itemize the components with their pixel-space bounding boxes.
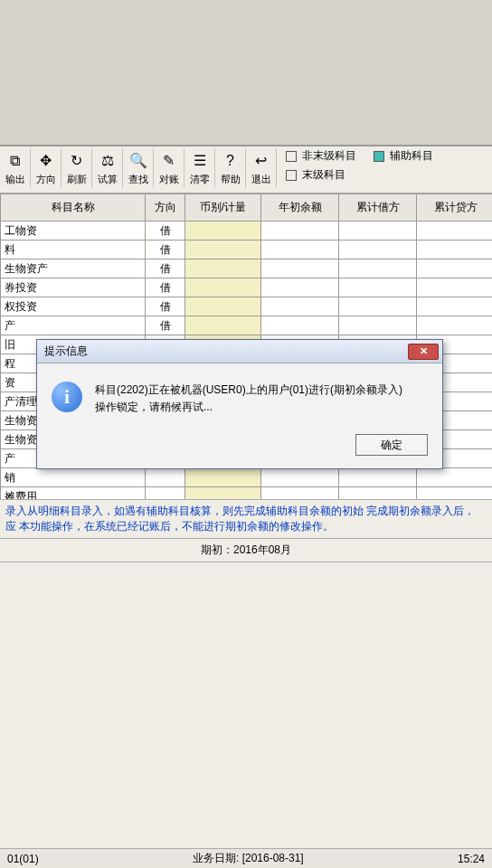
cell-dir: 借 bbox=[146, 222, 185, 241]
cell-name: 券投资 bbox=[1, 278, 146, 297]
help-icon: ? bbox=[226, 151, 234, 171]
cell-cur bbox=[185, 468, 261, 487]
tb-label: 查找 bbox=[128, 173, 148, 186]
info-dialog: 提示信息 ✕ i 科目(2202)正在被机器(USER0)上的用户(01)进行(… bbox=[36, 339, 443, 469]
info-icon: i bbox=[52, 382, 82, 412]
tb-clear[interactable]: ☰清零 bbox=[184, 148, 215, 188]
direction-icon: ✥ bbox=[40, 151, 52, 171]
cell-name: 权投资 bbox=[1, 297, 146, 316]
tb-help[interactable]: ?帮助 bbox=[215, 148, 246, 188]
cell-dir bbox=[146, 487, 185, 500]
cell-cur bbox=[185, 259, 261, 278]
cell-bal[interactable] bbox=[261, 297, 339, 316]
col-cre[interactable]: 累计贷方 bbox=[417, 194, 493, 222]
clear-icon: ☰ bbox=[194, 151, 206, 171]
cell-cur bbox=[185, 316, 261, 335]
cell-cur bbox=[185, 297, 261, 316]
legend-leaf: 末级科目 bbox=[302, 167, 345, 183]
cell-bal[interactable] bbox=[261, 222, 339, 241]
cell-dir: 借 bbox=[146, 297, 185, 316]
cell-deb[interactable] bbox=[339, 222, 417, 241]
period-bar: 期初：2016年08月 bbox=[0, 538, 492, 562]
table-row[interactable]: 权投资借 bbox=[1, 297, 493, 316]
col-cur[interactable]: 币别/计量 bbox=[185, 194, 261, 222]
tb-output[interactable]: ⧉输出 bbox=[0, 148, 31, 188]
status-bar: 01(01) 业务日期: [2016-08-31] 15:24 bbox=[0, 848, 492, 868]
tb-label: 方向 bbox=[36, 173, 56, 186]
cell-name: 工物资 bbox=[1, 222, 146, 241]
table-row[interactable]: 券投资借 bbox=[1, 278, 493, 297]
cell-deb[interactable] bbox=[339, 278, 417, 297]
table-row[interactable]: 料借 bbox=[1, 241, 493, 259]
square-icon bbox=[374, 151, 384, 162]
pencil-icon: ✎ bbox=[163, 151, 175, 171]
cell-deb[interactable] bbox=[339, 487, 417, 500]
ok-button[interactable]: 确定 bbox=[355, 434, 428, 456]
status-user: 01(01) bbox=[7, 853, 39, 865]
status-date: [2016-08-31] bbox=[242, 852, 304, 864]
cell-bal[interactable] bbox=[261, 259, 339, 278]
exit-icon: ↩ bbox=[255, 151, 267, 171]
close-button[interactable]: ✕ bbox=[408, 344, 439, 360]
tb-find[interactable]: 🔍查找 bbox=[123, 148, 154, 188]
cell-deb[interactable] bbox=[339, 316, 417, 335]
cell-cre[interactable] bbox=[417, 468, 493, 487]
legend: 非末级科目 辅助科目 末级科目 bbox=[277, 148, 433, 183]
dialog-titlebar[interactable]: 提示信息 ✕ bbox=[37, 340, 442, 363]
cell-deb[interactable] bbox=[339, 468, 417, 487]
legend-aux: 辅助科目 bbox=[390, 148, 433, 164]
tb-label: 帮助 bbox=[221, 173, 241, 186]
col-bal[interactable]: 年初余额 bbox=[261, 194, 339, 222]
table-row[interactable]: 产借 bbox=[1, 316, 493, 335]
cell-deb[interactable] bbox=[339, 259, 417, 278]
cell-cre[interactable] bbox=[417, 297, 493, 316]
col-deb[interactable]: 累计借方 bbox=[339, 194, 417, 222]
cell-dir: 借 bbox=[146, 278, 185, 297]
cell-bal[interactable] bbox=[261, 241, 339, 259]
output-icon: ⧉ bbox=[10, 151, 20, 171]
period-value: 2016年08月 bbox=[233, 543, 291, 556]
cell-dir: 借 bbox=[146, 316, 185, 335]
cell-deb[interactable] bbox=[339, 297, 417, 316]
table-row[interactable]: 摊费用 bbox=[1, 487, 493, 500]
table-row[interactable]: 销 bbox=[1, 468, 493, 487]
tb-refresh[interactable]: ↻刷新 bbox=[62, 148, 92, 188]
tb-trial[interactable]: ⚖试算 bbox=[92, 148, 123, 188]
tb-label: 清零 bbox=[190, 173, 210, 186]
col-name[interactable]: 科目名称 bbox=[1, 194, 146, 222]
cell-cre[interactable] bbox=[417, 487, 493, 500]
tb-label: 对账 bbox=[159, 173, 179, 186]
cell-cur bbox=[185, 241, 261, 259]
table-row[interactable]: 工物资借 bbox=[1, 222, 493, 241]
status-date-label: 业务日期: bbox=[193, 852, 239, 864]
tb-reconcile[interactable]: ✎对账 bbox=[154, 148, 184, 188]
cell-dir bbox=[146, 468, 185, 487]
cell-bal[interactable] bbox=[261, 487, 339, 500]
col-dir[interactable]: 方向 bbox=[146, 194, 185, 222]
legend-nonleaf: 非末级科目 bbox=[302, 148, 356, 164]
cell-cre[interactable] bbox=[417, 241, 493, 259]
cell-cre[interactable] bbox=[417, 259, 493, 278]
tb-direction[interactable]: ✥方向 bbox=[31, 148, 62, 188]
cell-bal[interactable] bbox=[261, 316, 339, 335]
cell-dir: 借 bbox=[146, 241, 185, 259]
table-row[interactable]: 生物资产借 bbox=[1, 259, 493, 278]
tb-exit[interactable]: ↩退出 bbox=[246, 148, 277, 188]
search-icon: 🔍 bbox=[129, 151, 147, 171]
cell-bal[interactable] bbox=[261, 468, 339, 487]
cell-cre[interactable] bbox=[417, 222, 493, 241]
cell-dir: 借 bbox=[146, 259, 185, 278]
cell-bal[interactable] bbox=[261, 278, 339, 297]
cell-deb[interactable] bbox=[339, 241, 417, 259]
tb-label: 刷新 bbox=[67, 173, 87, 186]
square-icon bbox=[286, 170, 297, 181]
close-icon: ✕ bbox=[420, 345, 428, 357]
tb-label: 退出 bbox=[251, 173, 271, 186]
trial-icon: ⚖ bbox=[101, 151, 114, 171]
hint-text: 录入从明细科目录入，如遇有辅助科目核算，则先完成辅助科目余额的初始 完成期初余额… bbox=[0, 499, 492, 538]
cell-cur bbox=[185, 278, 261, 297]
cell-cre[interactable] bbox=[417, 316, 493, 335]
cell-cre[interactable] bbox=[417, 278, 493, 297]
dialog-message: 科目(2202)正在被机器(USER0)上的用户(01)进行(期初余额录入) 操… bbox=[95, 382, 402, 416]
status-time: 15:24 bbox=[458, 853, 485, 865]
